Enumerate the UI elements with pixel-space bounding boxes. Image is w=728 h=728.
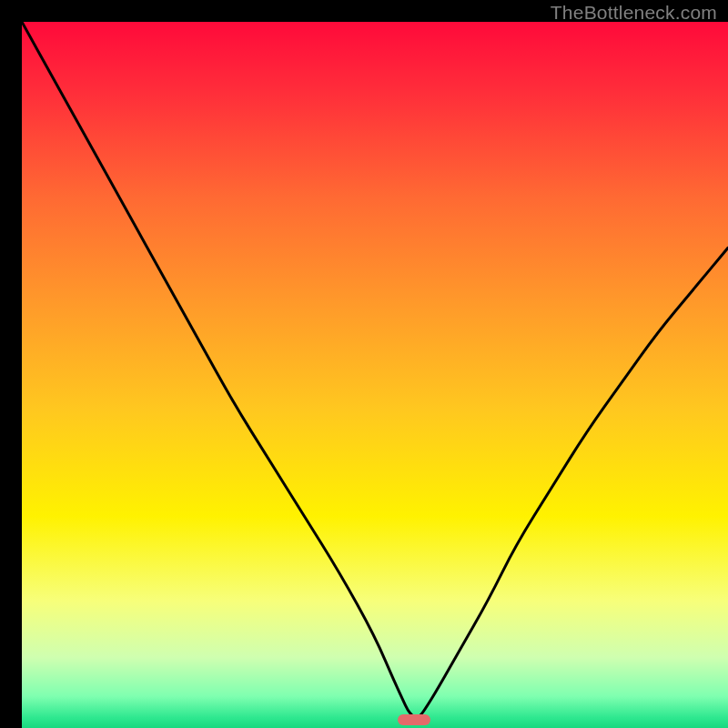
curve-svg	[22, 22, 728, 728]
watermark-text: TheBottleneck.com	[551, 2, 717, 24]
chart-frame	[11, 11, 717, 717]
bottleneck-curve	[22, 22, 728, 717]
min-marker	[398, 714, 430, 725]
plot-area	[22, 22, 728, 728]
